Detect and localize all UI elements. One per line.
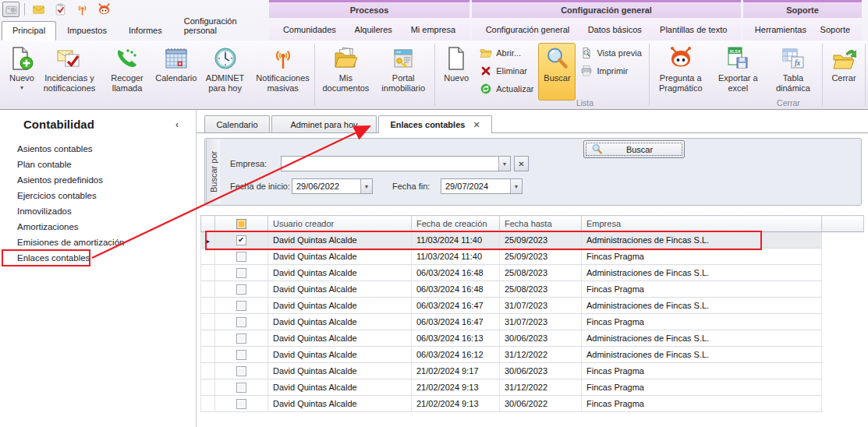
row-checkbox[interactable] xyxy=(236,268,246,278)
sidebar-item-plan-contable[interactable]: Plan contable xyxy=(0,157,196,172)
ribbon-tab-principal[interactable]: Principal xyxy=(2,21,56,41)
notificaciones-masivas-button[interactable]: Notificaciones masivas xyxy=(254,43,312,101)
col-fecha-hasta[interactable]: Fecha hasta xyxy=(500,216,582,232)
ribbon-tab-datos-básicos[interactable]: Datos básicos xyxy=(586,22,643,37)
table-row[interactable]: David Quintas Alcalde06/03/2024 16:4825/… xyxy=(201,281,864,298)
checkbox-cell[interactable] xyxy=(215,396,268,412)
pragmatico-icon[interactable] xyxy=(95,2,112,17)
fecha-inicio-value[interactable]: 29/06/2022 xyxy=(292,182,360,191)
nuevo-button[interactable]: Nuevo xyxy=(438,43,475,101)
ribbon-tab-alquileres[interactable]: Alquileres xyxy=(353,22,394,37)
select-all-header[interactable] xyxy=(215,216,268,232)
empresa-clear-button[interactable] xyxy=(514,156,529,171)
exportar-a-excel-button[interactable]: Exportar a excel xyxy=(710,43,767,101)
table-row[interactable]: David Quintas Alcalde06/03/2024 16:4825/… xyxy=(201,265,864,281)
table-row[interactable]: David Quintas Alcalde11/03/2024 11:4025/… xyxy=(201,232,864,249)
calendario-button[interactable]: Calendario xyxy=(156,43,197,101)
sidebar-item-asientos-predefinidos[interactable]: Asientos predefinidos xyxy=(0,172,196,188)
row-checkbox[interactable] xyxy=(236,252,246,262)
col-empresa[interactable]: Empresa xyxy=(582,216,822,232)
sidebar-item-ejercicios-contables[interactable]: Ejercicios contables xyxy=(0,188,196,203)
checkbox-cell[interactable] xyxy=(215,314,268,330)
buscar-por-strip[interactable]: Buscar por xyxy=(206,139,220,204)
cerrar-button[interactable]: Cerrar xyxy=(825,43,863,101)
row-checkbox[interactable] xyxy=(236,235,246,245)
ribbon-tab-comunidades[interactable]: Comunidades xyxy=(282,22,338,37)
mail-icon[interactable] xyxy=(30,2,47,17)
chevron-down-icon[interactable] xyxy=(510,179,522,193)
empresa-combobox[interactable] xyxy=(281,156,511,171)
checkbox-cell[interactable] xyxy=(215,379,268,396)
sidebar-item-asientos-contables[interactable]: Asientos contables xyxy=(0,141,196,157)
buscar-button[interactable]: Buscar xyxy=(538,43,576,101)
checkbox-cell[interactable] xyxy=(215,347,268,363)
checkbox-cell[interactable] xyxy=(215,232,268,249)
tab-calendario[interactable]: Calendario xyxy=(204,115,270,132)
nuevo-button[interactable]: Nuevo▾ xyxy=(3,43,41,101)
sidebar-item-emisiones-de-amortización[interactable]: Emisiones de amortización xyxy=(0,235,196,250)
table-row[interactable]: David Quintas Alcalde21/02/2024 9:1330/0… xyxy=(201,396,864,412)
chevron-down-icon[interactable] xyxy=(360,179,372,193)
table-row[interactable]: David Quintas Alcalde21/02/2024 9:1331/1… xyxy=(201,379,864,396)
sidebar-collapse-icon[interactable]: ‹ xyxy=(175,119,179,130)
table-row[interactable]: David Quintas Alcalde11/03/2024 11:4025/… xyxy=(201,249,864,265)
checkbox-cell[interactable] xyxy=(215,330,268,347)
table-row[interactable]: David Quintas Alcalde21/02/2024 9:1730/0… xyxy=(201,363,864,379)
cell-fecha-hasta: 31/07/2023 xyxy=(500,298,582,314)
fecha-inicio-datepicker[interactable]: 29/06/2022 xyxy=(292,178,373,194)
actualizar-button[interactable]: Actualizar xyxy=(478,81,535,97)
ribbon-tab-herramientas[interactable]: Herramientas xyxy=(753,22,808,37)
checkbox-cell[interactable] xyxy=(215,298,268,314)
broadcast-icon[interactable] xyxy=(73,2,90,17)
eliminar-button[interactable]: Eliminar xyxy=(478,63,535,79)
sidebar-item-enlaces-contables[interactable]: Enlaces contables xyxy=(0,250,196,266)
chevron-down-icon[interactable] xyxy=(498,157,510,171)
row-checkbox[interactable] xyxy=(236,301,246,311)
table-row[interactable]: David Quintas Alcalde06/03/2024 16:1330/… xyxy=(201,330,864,347)
select-all-checkbox[interactable] xyxy=(236,219,246,229)
pregunta-a-pragm-tico-button[interactable]: Pregunta a Pragmático xyxy=(652,43,710,101)
tasks-icon[interactable] xyxy=(51,2,69,17)
checkbox-cell[interactable] xyxy=(215,265,268,281)
row-checkbox[interactable] xyxy=(236,399,246,409)
checkbox-cell[interactable] xyxy=(215,281,268,298)
ribbon-tab-soporte[interactable]: Soporte xyxy=(819,22,852,37)
phone-button[interactable] xyxy=(2,2,19,17)
ribbon-tab-configuración-general[interactable]: Configuración general xyxy=(484,22,572,37)
ribbon-tab-mi-empresa[interactable]: Mi empresa xyxy=(409,22,457,37)
ribbon-tab-configuración-personal[interactable]: Configuración personal xyxy=(173,12,269,41)
close-icon[interactable] xyxy=(473,120,480,130)
row-checkbox[interactable] xyxy=(236,284,246,295)
mis-documentos-button[interactable]: Mis documentos xyxy=(317,43,375,101)
checkbox-cell[interactable] xyxy=(215,363,268,379)
ribbon-tab-impuestos[interactable]: Impuestos xyxy=(56,21,118,41)
sidebar-item-amortizaciones[interactable]: Amortizaciones xyxy=(0,219,196,235)
row-checkbox[interactable] xyxy=(236,383,246,393)
row-checkbox[interactable] xyxy=(236,317,246,327)
tab-adminet-para-hoy[interactable]: Adminet para hoy xyxy=(271,115,377,132)
vista-previa-button[interactable]: Vista previa xyxy=(579,45,643,61)
table-row[interactable]: David Quintas Alcalde06/03/2024 16:1231/… xyxy=(201,347,864,363)
portal-inmobiliario-button[interactable]: Portal inmobiliario xyxy=(374,43,432,101)
col-usuario-creador[interactable]: Usuario creador xyxy=(268,216,412,232)
imprimir-button[interactable]: Imprimir xyxy=(579,63,643,79)
table-row[interactable]: David Quintas Alcalde06/03/2024 16:4731/… xyxy=(201,314,864,330)
fecha-fin-value[interactable]: 29/07/2024 xyxy=(441,182,510,191)
recoger-llamada-button[interactable]: Recoger llamada xyxy=(98,43,156,101)
sidebar-item-inmovilizados[interactable]: Inmovilizados xyxy=(0,203,196,219)
row-checkbox[interactable] xyxy=(236,350,246,360)
tab-enlaces-contables[interactable]: Enlaces contables xyxy=(378,115,492,133)
table-row[interactable]: David Quintas Alcalde06/03/2024 16:4731/… xyxy=(201,298,864,314)
tabla-din-mica-button[interactable]: Tabla dinámica xyxy=(767,43,820,101)
col-fecha-creacion[interactable]: Fecha de creación xyxy=(412,216,500,232)
row-checkbox[interactable] xyxy=(236,333,246,344)
checkbox-cell[interactable] xyxy=(215,249,268,265)
ribbon-tab-informes[interactable]: Informes xyxy=(118,21,173,41)
buscar-button[interactable]: Buscar xyxy=(583,140,685,158)
incidencias-y-notificaciones-button[interactable]: Incidencias y notificaciones xyxy=(41,43,98,101)
row-checkbox[interactable] xyxy=(236,366,246,376)
abrir-button[interactable]: Abrir... xyxy=(478,45,535,61)
adminet-para-hoy-button[interactable]: ADMINET para hoy xyxy=(197,43,254,101)
fecha-fin-datepicker[interactable]: 29/07/2024 xyxy=(441,178,523,194)
ribbon-tab-plantillas-de-texto[interactable]: Plantillas de texto xyxy=(658,22,728,37)
